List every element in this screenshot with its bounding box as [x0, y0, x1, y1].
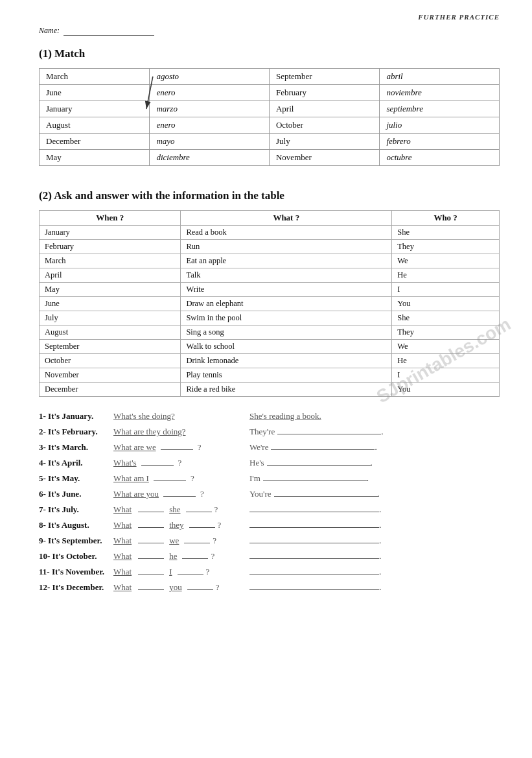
info-cell: You — [392, 383, 500, 397]
exercise-row: 3- It's March.What are we?We're. — [39, 441, 500, 453]
ex-question: Whatshe? — [113, 503, 249, 515]
ex-number: 2- It's February. — [39, 427, 113, 437]
info-cell: July — [40, 311, 181, 326]
ex-answer: She's reading a book. — [249, 411, 500, 421]
ex-number: 9- It's September. — [39, 536, 113, 546]
info-row: FebruaryRunThey — [40, 240, 500, 254]
match-english: March — [40, 69, 150, 85]
info-cell: Play tennis — [181, 368, 392, 383]
match-english2: July — [269, 134, 379, 150]
info-cell: You — [392, 297, 500, 311]
info-th: What ? — [181, 211, 392, 226]
info-cell: January — [40, 226, 181, 240]
info-row: JulySwim in the poolShe — [40, 311, 500, 326]
info-cell: I — [392, 283, 500, 297]
match-row: December mayo July febrero — [40, 134, 500, 150]
info-cell: February — [40, 240, 181, 254]
info-cell: We — [392, 340, 500, 354]
exercise-row: 1- It's January.What's she doing?She's r… — [39, 411, 500, 421]
ex-answer: They're. — [249, 425, 500, 437]
match-spanish: agosto — [150, 69, 270, 85]
ex-question: What are we? — [113, 441, 249, 453]
match-english: June — [40, 85, 150, 101]
match-table: March agosto September abril June enero … — [39, 68, 500, 166]
ex-number: 11- It's November. — [39, 567, 113, 577]
match-wrapper: March agosto September abril June enero … — [39, 68, 500, 180]
info-row: OctoberDrink lemonadeHe — [40, 354, 500, 368]
match-row: June enero February noviembre — [40, 85, 500, 101]
info-cell: They — [392, 326, 500, 340]
info-cell: Talk — [181, 268, 392, 283]
ex-question: Whathe? — [113, 550, 249, 562]
ex-number: 1- It's January. — [39, 411, 113, 421]
match-spanish2: julio — [380, 117, 500, 134]
ex-answer: . — [249, 503, 500, 515]
exercise-row: 7- It's July.Whatshe?. — [39, 503, 500, 515]
ex-answer: . — [249, 565, 500, 577]
ex-question: What are they doing? — [113, 427, 249, 437]
ex-number: 10- It's October. — [39, 551, 113, 562]
section1-title: (1) Match — [39, 47, 500, 60]
exercise-row: 6- It's June.What are you?You're. — [39, 488, 500, 499]
ex-question: What am I? — [113, 472, 249, 484]
info-cell: Swim in the pool — [181, 311, 392, 326]
ex-question: Whatyou? — [113, 581, 249, 593]
ex-answer: . — [249, 519, 500, 530]
info-th: When ? — [40, 211, 181, 226]
match-english: August — [40, 117, 150, 134]
info-cell: They — [392, 240, 500, 254]
ex-answer: We're. — [249, 441, 500, 453]
ex-number: 4- It's April. — [39, 458, 113, 468]
match-english: May — [40, 150, 150, 166]
ex-answer: I'm. — [249, 472, 500, 484]
info-cell: June — [40, 297, 181, 311]
match-spanish: diciembre — [150, 150, 270, 166]
match-english: January — [40, 101, 150, 117]
info-row: JanuaryRead a bookShe — [40, 226, 500, 240]
match-english2: February — [269, 85, 379, 101]
header-label: FURTHER PRACTICE — [418, 13, 500, 21]
info-row: SeptemberWalk to schoolWe — [40, 340, 500, 354]
match-english2: October — [269, 117, 379, 134]
ex-number: 8- It's August. — [39, 520, 113, 530]
ex-number: 6- It's June. — [39, 489, 113, 499]
match-spanish2: octubre — [380, 150, 500, 166]
match-english: December — [40, 134, 150, 150]
info-cell: Run — [181, 240, 392, 254]
ex-question: Whatthey? — [113, 519, 249, 530]
info-th: Who ? — [392, 211, 500, 226]
info-cell: Eat an apple — [181, 254, 392, 268]
exercise-items: 1- It's January.What's she doing?She's r… — [39, 411, 500, 593]
info-cell: August — [40, 326, 181, 340]
info-row: DecemberRide a red bikeYou — [40, 383, 500, 397]
match-row: August enero October julio — [40, 117, 500, 134]
match-row: March agosto September abril — [40, 69, 500, 85]
info-row: AprilTalkHe — [40, 268, 500, 283]
info-cell: She — [392, 311, 500, 326]
ex-question: What are you? — [113, 488, 249, 499]
info-cell: September — [40, 340, 181, 354]
name-underline — [64, 27, 154, 36]
info-cell: November — [40, 368, 181, 383]
ex-question: WhatI? — [113, 565, 249, 577]
ex-answer: He's. — [249, 456, 500, 468]
name-line: Name: — [39, 26, 500, 36]
info-row: JuneDraw an elephantYou — [40, 297, 500, 311]
ex-question: What's? — [113, 456, 249, 468]
info-cell: October — [40, 354, 181, 368]
exercise-row: 2- It's February.What are they doing?The… — [39, 425, 500, 437]
info-row: MayWriteI — [40, 283, 500, 297]
ex-number: 7- It's July. — [39, 504, 113, 515]
exercise-row: 4- It's April.What's?He's. — [39, 456, 500, 468]
info-cell: Drink lemonade — [181, 354, 392, 368]
info-table: When ?What ?Who ? JanuaryRead a bookSheF… — [39, 210, 500, 397]
ex-answer: . — [249, 534, 500, 546]
match-spanish: enero — [150, 85, 270, 101]
info-cell: Walk to school — [181, 340, 392, 354]
info-cell: Write — [181, 283, 392, 297]
info-row: MarchEat an appleWe — [40, 254, 500, 268]
info-row: NovemberPlay tennisI — [40, 368, 500, 383]
ex-answer: . — [249, 581, 500, 593]
info-cell: I — [392, 368, 500, 383]
ex-answer: You're. — [249, 488, 500, 499]
